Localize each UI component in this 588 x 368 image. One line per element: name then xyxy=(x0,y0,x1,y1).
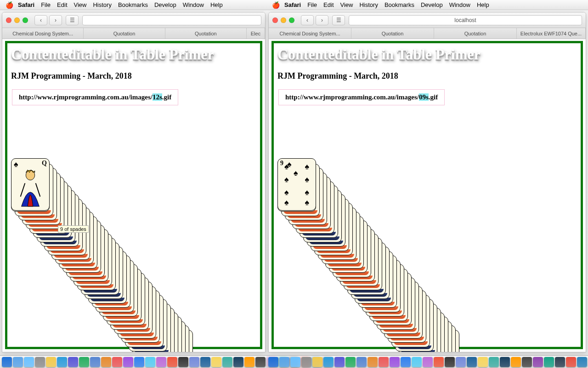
menu-view[interactable]: View xyxy=(74,1,87,8)
dock-app-3[interactable] xyxy=(301,357,311,367)
dock-app-16[interactable] xyxy=(445,357,455,367)
tab-chemical-dosing[interactable]: Chemical Dosing System... xyxy=(2,28,84,39)
dock-app-7[interactable] xyxy=(345,357,356,367)
apple-menu-icon[interactable]: 🍎 xyxy=(272,1,280,9)
dock-app-15[interactable] xyxy=(434,357,444,367)
dock-app-7[interactable] xyxy=(79,357,89,367)
dock-app-22[interactable] xyxy=(244,357,254,367)
dock-app-20[interactable] xyxy=(222,357,232,367)
dock-app-4[interactable] xyxy=(312,357,322,367)
dock-app-18[interactable] xyxy=(200,357,210,367)
top-card-queen-spades[interactable]: ♠ Q xyxy=(11,158,50,211)
dock-app-21[interactable] xyxy=(500,357,510,367)
url-code[interactable]: 12s xyxy=(153,93,162,101)
dock-app-20[interactable] xyxy=(489,357,499,367)
dock-app-12[interactable] xyxy=(134,357,144,367)
dock-app-13[interactable] xyxy=(145,357,155,367)
back-button[interactable]: ‹ xyxy=(34,15,47,25)
dock-app-5[interactable] xyxy=(57,357,67,367)
dock-app-23[interactable] xyxy=(255,357,266,367)
dock-app-10[interactable] xyxy=(112,357,122,367)
dock-app-9[interactable] xyxy=(368,357,378,367)
minimize-button[interactable] xyxy=(281,17,286,23)
dock-app-23[interactable] xyxy=(522,357,532,367)
dock-app-18[interactable] xyxy=(467,357,477,367)
menu-file[interactable]: File xyxy=(41,1,51,8)
dock-app-1[interactable] xyxy=(279,357,289,367)
menu-history[interactable]: History xyxy=(359,1,378,8)
tab-electrolux[interactable]: Electrolux EWF1074 Que... xyxy=(517,28,586,39)
close-button[interactable] xyxy=(6,17,11,23)
minimize-button[interactable] xyxy=(14,17,20,23)
dock-app-2[interactable] xyxy=(24,357,34,367)
dock-app-21[interactable] xyxy=(233,357,243,367)
dock-app-10[interactable] xyxy=(379,357,389,367)
menu-window[interactable]: Window xyxy=(449,1,470,8)
sidebar-button[interactable]: ☰ xyxy=(332,15,345,25)
dock-app-27[interactable] xyxy=(566,357,576,367)
close-button[interactable] xyxy=(272,17,278,23)
dock-app-1[interactable] xyxy=(13,357,23,367)
sidebar-button[interactable]: ☰ xyxy=(66,15,79,25)
forward-button[interactable]: › xyxy=(316,15,328,25)
dock-app-4[interactable] xyxy=(46,357,56,367)
zoom-button[interactable] xyxy=(289,17,294,23)
menu-view[interactable]: View xyxy=(340,1,353,8)
dock-app-16[interactable] xyxy=(178,357,188,367)
url-code[interactable]: 09s xyxy=(419,93,429,101)
dock-app-15[interactable] xyxy=(167,357,177,367)
dock-app-11[interactable] xyxy=(390,357,400,367)
dock-app-13[interactable] xyxy=(412,357,422,367)
dock-app-17[interactable] xyxy=(456,357,466,367)
menu-help[interactable]: Help xyxy=(477,1,489,8)
dock-app-22[interactable] xyxy=(511,357,521,367)
dock-app-14[interactable] xyxy=(423,357,433,367)
zoom-button[interactable] xyxy=(23,17,28,23)
menu-develop[interactable]: Develop xyxy=(154,1,176,8)
app-name[interactable]: Safari xyxy=(284,1,301,8)
app-name[interactable]: Safari xyxy=(18,1,34,8)
tab-quotation-2[interactable]: Quotation xyxy=(165,28,247,39)
dock-app-28[interactable] xyxy=(577,357,587,367)
address-bar[interactable] xyxy=(82,15,261,25)
apple-menu-icon[interactable]: 🍎 xyxy=(6,1,13,9)
menu-help[interactable]: Help xyxy=(210,1,223,8)
dock-app-5[interactable] xyxy=(323,357,334,367)
dock-app-0[interactable] xyxy=(268,357,278,367)
menu-bookmarks[interactable]: Bookmarks xyxy=(118,1,148,8)
dock-app-8[interactable] xyxy=(90,357,100,367)
dock-app-11[interactable] xyxy=(123,357,133,367)
tab-quotation-1[interactable]: Quotation xyxy=(351,28,434,39)
dock-app-3[interactable] xyxy=(35,357,45,367)
address-bar[interactable]: localhost xyxy=(349,15,582,25)
menu-edit[interactable]: Edit xyxy=(323,1,334,8)
dock-app-17[interactable] xyxy=(189,357,199,367)
tab-quotation-1[interactable]: Quotation xyxy=(84,28,165,39)
dock-app-19[interactable] xyxy=(478,357,488,367)
menu-develop[interactable]: Develop xyxy=(421,1,443,8)
tab-quotation-2[interactable]: Quotation xyxy=(434,28,517,39)
menu-file[interactable]: File xyxy=(307,1,317,8)
dock-app-14[interactable] xyxy=(156,357,166,367)
dock-app-26[interactable] xyxy=(555,357,565,367)
menu-edit[interactable]: Edit xyxy=(57,1,67,8)
top-card-nine-spades[interactable]: 9 ♠ ♠ ♠ ♠ ♠ ♠ ♠ ♠ ♠ ♠ xyxy=(277,158,316,211)
editable-url-cell[interactable]: http://www.rjmprogramming.com.au/images/… xyxy=(12,89,178,105)
dock-app-6[interactable] xyxy=(68,357,78,367)
dock-app-6[interactable] xyxy=(334,357,345,367)
tab-elec[interactable]: Elec xyxy=(247,28,265,39)
dock-app-2[interactable] xyxy=(290,357,300,367)
back-button[interactable]: ‹ xyxy=(301,15,314,25)
menu-bookmarks[interactable]: Bookmarks xyxy=(384,1,414,8)
dock-app-0[interactable] xyxy=(2,357,12,367)
dock-app-9[interactable] xyxy=(101,357,111,367)
menu-window[interactable]: Window xyxy=(183,1,204,8)
dock-app-25[interactable] xyxy=(544,357,554,367)
forward-button[interactable]: › xyxy=(49,15,62,25)
dock-app-12[interactable] xyxy=(401,357,411,367)
dock-app-8[interactable] xyxy=(356,357,367,367)
menu-history[interactable]: History xyxy=(93,1,111,8)
dock-app-24[interactable] xyxy=(533,357,543,367)
editable-url-cell[interactable]: http://www.rjmprogramming.com.au/images/… xyxy=(278,89,445,105)
tab-chemical-dosing[interactable]: Chemical Dosing System... xyxy=(269,28,351,39)
